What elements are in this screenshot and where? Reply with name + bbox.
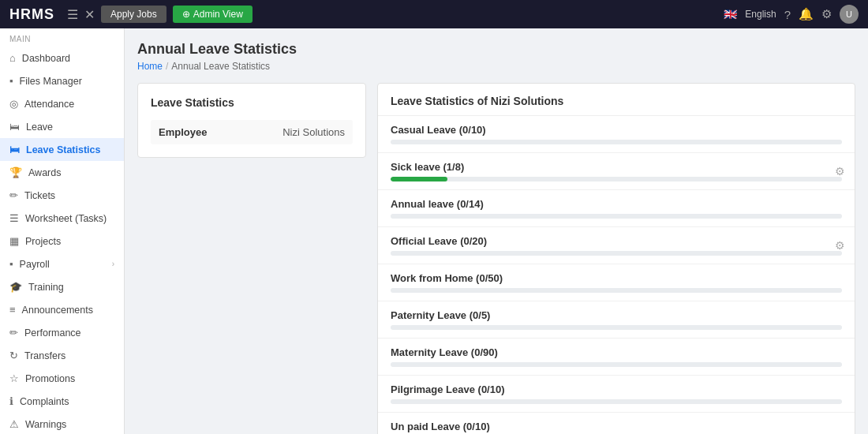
leave-item-name: Work from Home (0/50) <box>391 272 503 284</box>
menu-icon[interactable]: ☰ <box>67 7 78 22</box>
sidebar-item-payroll[interactable]: ▪ Payroll › <box>0 253 124 275</box>
content-area: Annual Leave Statistics Home / Annual Le… <box>125 28 868 434</box>
leave-gear-icon[interactable]: ⚙ <box>835 239 845 252</box>
payroll-icon: ▪ <box>9 258 13 270</box>
employee-label: Employee <box>159 126 207 138</box>
topbar-right: 🇬🇧 English ? 🔔 ⚙ U <box>724 5 859 24</box>
leave-item-name: Annual leave (0/14) <box>391 198 484 210</box>
progress-bar-bg <box>391 177 842 181</box>
sidebar-item-label: Promotions <box>25 373 75 384</box>
tickets-icon: ✏ <box>9 189 18 201</box>
breadcrumb-current: Annual Leave Statistics <box>171 61 270 72</box>
leave-item-name: Paternity Leave (0/5) <box>391 309 490 321</box>
dashboard-icon: ⌂ <box>9 52 16 64</box>
leave-item-maternity: Maternity Leave (0/90) <box>378 339 855 376</box>
sidebar-item-transfers[interactable]: ↻ Transfers <box>0 344 124 367</box>
main-layout: MAIN ⌂ Dashboard ▪ Files Manager ◎ Atten… <box>0 28 868 434</box>
sidebar-item-tickets[interactable]: ✏ Tickets <box>0 184 124 207</box>
sidebar-item-label: Complaints <box>20 396 69 407</box>
sidebar-item-attendance[interactable]: ◎ Attendance <box>0 92 124 115</box>
breadcrumb-separator: / <box>166 61 168 72</box>
admin-icon: ⊕ <box>182 9 190 20</box>
leave-item-name: Pilgrimage Leave (0/10) <box>391 383 505 395</box>
leave-item-header: Paternity Leave (0/5) <box>391 309 842 321</box>
attendance-icon: ◎ <box>9 98 18 110</box>
announcements-icon: ≡ <box>9 304 16 316</box>
sidebar-item-awards[interactable]: 🏆 Awards <box>0 161 124 184</box>
leave-item-paternity: Paternity Leave (0/5) <box>378 301 855 339</box>
sidebar-item-label: Projects <box>25 236 61 247</box>
progress-bar-bg <box>391 214 842 219</box>
leave-item-header: Un paid Leave (0/10) <box>391 421 842 432</box>
arrow-icon: › <box>112 260 114 268</box>
files-manager-icon: ▪ <box>9 75 13 87</box>
avatar[interactable]: U <box>840 5 859 24</box>
leave-gear-icon[interactable]: ⚙ <box>835 165 845 178</box>
breadcrumb-home[interactable]: Home <box>137 61 163 72</box>
sidebar-item-label: Attendance <box>24 99 74 110</box>
sidebar-item-label: Payroll <box>20 259 50 270</box>
sidebar-section-main: MAIN <box>0 28 124 47</box>
sidebar-item-performance[interactable]: ✏ Performance <box>0 321 124 344</box>
sidebar-item-label: Announcements <box>22 305 93 316</box>
performance-icon: ✏ <box>9 327 18 339</box>
progress-bar-bg <box>391 140 842 144</box>
sidebar-item-warnings[interactable]: ⚠ Warnings <box>0 413 124 434</box>
flag-icon: 🇬🇧 <box>724 8 737 21</box>
sidebar-item-label: Warnings <box>25 419 66 430</box>
logo: HRMS <box>9 6 54 23</box>
sidebar-item-label: Transfers <box>24 350 65 361</box>
leave-item-name: Maternity Leave (0/90) <box>391 346 498 358</box>
language-label: English <box>745 9 776 20</box>
leave-item-unpaid: Un paid Leave (0/10) <box>378 413 855 434</box>
right-panel-header: Leave Statistics of Nizi Solutions <box>378 84 855 116</box>
left-panel: Leave Statistics Employee Nizi Solutions <box>137 83 366 434</box>
promotions-icon: ☆ <box>9 372 19 384</box>
sidebar-item-label: Files Manager <box>20 76 82 87</box>
admin-view-button[interactable]: ⊕ Admin View <box>173 6 253 23</box>
transfers-icon: ↻ <box>9 350 18 361</box>
sidebar-item-leave[interactable]: 🛏 Leave <box>0 115 124 138</box>
leave-statistics-icon: 🛏 <box>9 144 20 155</box>
page-title: Annual Leave Statistics <box>137 41 855 58</box>
sidebar-item-promotions[interactable]: ☆ Promotions <box>0 367 124 390</box>
apply-jobs-button[interactable]: Apply Jobs <box>101 6 166 23</box>
sidebar-item-training[interactable]: 🎓 Training <box>0 275 124 298</box>
warnings-icon: ⚠ <box>9 418 19 430</box>
settings-icon[interactable]: ⚙ <box>821 7 832 21</box>
topbar: HRMS ☰ ✕ Apply Jobs ⊕ Admin View 🇬🇧 Engl… <box>0 0 868 28</box>
complaints-icon: ℹ <box>9 395 13 407</box>
leave-item-header: Maternity Leave (0/90) <box>391 346 842 358</box>
leave-item-sick: Sick leave (1/8) ⚙ <box>378 153 855 190</box>
notification-icon[interactable]: 🔔 <box>799 7 814 21</box>
leave-item-name: Casual Leave (0/10) <box>391 124 486 136</box>
worksheet-icon: ☰ <box>9 212 19 224</box>
leave-item-header: Official Leave (0/20) <box>391 235 842 247</box>
sidebar-item-label: Leave <box>26 122 53 133</box>
sidebar-item-files-manager[interactable]: ▪ Files Manager <box>0 69 124 92</box>
progress-bar-bg <box>391 288 842 293</box>
sidebar-item-label: Leave Statistics <box>26 144 101 155</box>
sidebar-item-label: Training <box>28 282 64 293</box>
sidebar-item-projects[interactable]: ▦ Projects <box>0 230 124 253</box>
leave-item-pilgrimage: Pilgrimage Leave (0/10) <box>378 376 855 413</box>
training-icon: 🎓 <box>9 281 22 293</box>
sidebar-item-leave-statistics[interactable]: 🛏 Leave Statistics <box>0 138 124 161</box>
sidebar-item-complaints[interactable]: ℹ Complaints <box>0 390 124 413</box>
leave-item-header: Pilgrimage Leave (0/10) <box>391 383 842 395</box>
progress-bar-bg <box>391 251 842 256</box>
leave-item-official: Official Leave (0/20) ⚙ <box>378 227 855 264</box>
close-icon[interactable]: ✕ <box>84 7 95 22</box>
leave-item-header: Sick leave (1/8) <box>391 161 842 173</box>
sidebar-item-announcements[interactable]: ≡ Announcements <box>0 298 124 321</box>
leave-item-header: Work from Home (0/50) <box>391 272 842 284</box>
sidebar-item-dashboard[interactable]: ⌂ Dashboard <box>0 47 124 69</box>
help-icon[interactable]: ? <box>784 8 791 21</box>
employee-value: Nizi Solutions <box>282 126 345 138</box>
leave-item-casual: Casual Leave (0/10) <box>378 116 855 153</box>
sidebar-item-label: Worksheet (Tasks) <box>25 213 107 224</box>
progress-bar-fill <box>391 177 447 181</box>
sidebar: MAIN ⌂ Dashboard ▪ Files Manager ◎ Atten… <box>0 28 125 434</box>
sidebar-item-worksheet[interactable]: ☰ Worksheet (Tasks) <box>0 207 124 230</box>
leave-statistics-card: Leave Statistics Employee Nizi Solutions <box>137 83 366 158</box>
